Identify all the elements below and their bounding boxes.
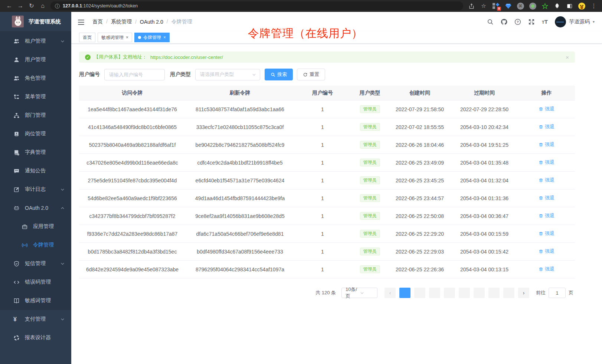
gem-extension-icon[interactable] [504,1,513,10]
sidebar-item[interactable]: 报表设计器 [0,328,71,347]
sidebar-item[interactable]: 岗位管理 [0,125,71,143]
force-logout-button[interactable]: 强退 [539,106,554,112]
breadcrumb-item[interactable]: 首页 [92,19,103,25]
alert-doc-link[interactable]: https://doc.iocoder.cn/user-center/ [150,54,223,60]
expire-time-cell: 2054-03-10 20:42:34 [451,124,518,130]
red-annotation-title: 令牌管理（在线用户） [248,26,363,41]
sidebar-item[interactable]: 角色管理 [0,69,71,87]
force-logout-button[interactable]: 强退 [539,195,554,201]
user-type-select[interactable]: 请选择用户类型 [195,69,260,80]
goto-page-input[interactable] [549,288,566,298]
page-number-button[interactable] [399,288,410,298]
bookmark-star-icon[interactable]: ☆ [479,1,488,10]
page-number-button[interactable] [414,288,425,298]
breadcrumb: 首页系统管理OAuth 2.0令牌管理 [92,19,192,25]
user-id-cell: 1 [294,178,351,183]
robot-icon [13,205,20,211]
sidebar-menu: 租户管理 用户管理 角色管理 菜单管理 部门管理 [0,31,71,310]
browser-back-icon[interactable]: ← [4,0,15,12]
force-logout-button[interactable]: 强退 [539,123,554,130]
force-logout-button[interactable]: 强退 [539,141,554,148]
page-tab[interactable]: 令牌管理 × [134,33,170,42]
star-extension-icon[interactable] [540,1,549,10]
search-icon[interactable] [487,19,494,25]
reset-button[interactable]: 重置 [297,69,325,80]
profile-emoji-icon[interactable] [577,1,586,10]
sidebar-item[interactable]: 租户管理 [0,32,71,50]
breadcrumb-item[interactable]: OAuth 2.0 [132,19,163,25]
command-extension-icon[interactable]: ⌘ [516,1,525,10]
page-tab[interactable]: 敏感词管理 × [98,33,132,42]
record-extension-icon[interactable] [528,1,537,10]
sidebar-item[interactable]: 短信管理 [0,254,71,273]
browser-forward-icon[interactable]: → [15,0,26,12]
force-logout-button[interactable]: 强退 [539,248,554,255]
sidepanel-icon[interactable] [565,1,574,10]
address-bar[interactable]: i 127.0.0.1:1024/system/oauth2/token [50,1,463,10]
site-info-icon[interactable]: i [55,4,60,9]
search-button[interactable]: 搜索 [265,69,293,80]
sidebar-item[interactable]: OAuth 2.0 [0,199,71,217]
refresh-token-cell: 333ecfc71e02480cb11055c875c3ca0f [186,124,294,130]
user-menu[interactable]: 芋道源码 ▾ [555,16,595,27]
sidebar-item[interactable]: 通知公告 [0,162,71,180]
user-id-label: 用户编号 [79,71,100,78]
table-row: c347026e805e4d99b0d116eae66eda8c cdfc4ce… [79,154,575,172]
force-logout-button[interactable]: 强退 [539,266,554,272]
sidebar-item-label: 应用管理 [33,223,54,230]
browser-home-icon[interactable]: ⌂ [37,0,48,12]
user-type-cell: 管理员 [351,105,389,113]
sidebar-item[interactable]: 字典管理 [0,143,71,162]
help-icon[interactable]: ? [514,19,521,25]
breadcrumb-item[interactable]: 系统管理 [103,19,132,25]
user-type-cell: 管理员 [351,159,389,166]
action-cell: 强退 [518,123,575,130]
action-cell: 强退 [518,230,575,237]
browser-reload-icon[interactable]: ↻ [26,0,37,12]
user-id-cell: 1 [294,195,351,201]
sidebar-item[interactable]: 用户管理 [0,50,71,69]
browser-menu-icon[interactable]: ⋮ [589,1,598,10]
force-logout-button[interactable]: 强退 [539,177,554,183]
user-id-input[interactable] [104,69,165,80]
page-number-button[interactable] [488,288,500,298]
sidebar-item[interactable]: 应用管理 [0,217,71,236]
extension-grid-icon[interactable]: 9 [491,1,500,10]
user-id-cell: 1 [294,124,351,130]
sidebar-item[interactable]: 菜单管理 [0,87,71,106]
github-icon[interactable] [501,19,507,25]
fullscreen-icon[interactable] [528,19,535,25]
sidebar-item[interactable]: 令牌管理 [0,236,71,254]
force-logout-button[interactable]: 强退 [539,230,554,237]
alert-close-icon[interactable]: × [566,54,569,60]
user-type-tag: 管理员 [360,212,380,220]
sidebar-item[interactable]: 错误码管理 [0,273,71,291]
share-icon[interactable] [467,1,476,10]
page-number-button[interactable] [474,288,485,298]
tenant-icon [13,38,20,44]
sidebar-item[interactable]: ¥ 支付管理 [0,310,71,328]
page-number-button[interactable] [503,288,514,298]
page-size-select[interactable]: 10条/页 [341,288,377,298]
page-tab[interactable]: 首页 × [79,33,95,42]
next-page-button[interactable]: › [518,288,529,298]
page-number-button[interactable] [459,288,470,298]
col-header: 创建时间 [389,90,451,96]
page-number-button[interactable] [444,288,455,298]
user-type-tag: 管理员 [360,176,380,184]
sidebar-item[interactable]: 审计日志 [0,180,71,199]
force-logout-button[interactable]: 强退 [539,159,554,166]
sidebar-item[interactable]: 部门管理 [0,106,71,125]
sidebar-item-label: 报表设计器 [25,334,51,341]
action-cell: 强退 [518,266,575,273]
action-cell: 强退 [518,106,575,113]
force-logout-button[interactable]: 强退 [539,212,554,219]
puzzle-extension-icon[interactable] [553,1,562,10]
sidebar-item[interactable]: 敏感词管理 [0,291,71,310]
tab-close-icon[interactable]: × [163,35,166,40]
sidebar-collapse-icon[interactable] [78,20,84,25]
page-number-button[interactable] [429,288,440,298]
prev-page-button[interactable]: ‹ [385,288,396,298]
font-size-icon[interactable]: TT [542,19,548,25]
tab-close-icon[interactable]: × [126,35,128,40]
